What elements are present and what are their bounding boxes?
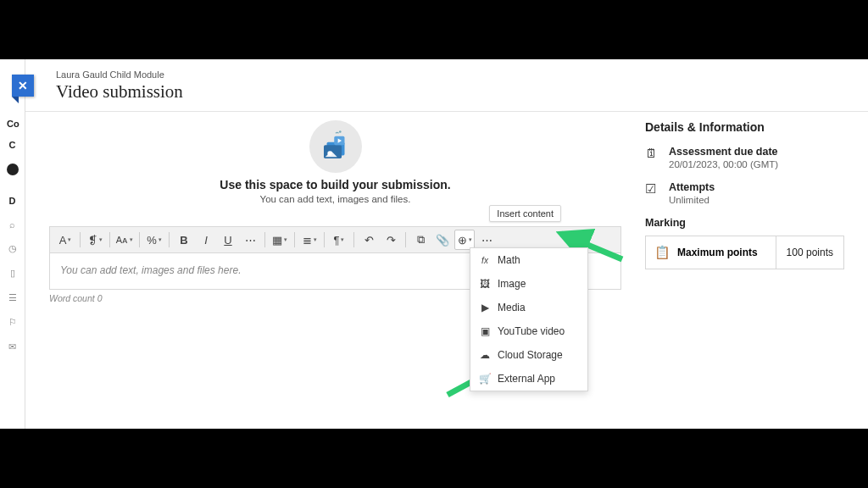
svg-point-4 (338, 130, 341, 133)
menu-item-math[interactable]: fxMath (470, 248, 587, 272)
toolbar-separator (139, 232, 140, 247)
font-size-button[interactable]: % (144, 230, 164, 250)
letterbox-top (0, 0, 868, 59)
youtube-icon: ▣ (479, 325, 491, 337)
bg-initial: C (0, 140, 25, 150)
toolbar-separator (80, 232, 81, 247)
hero-text: Use this space to build your submission.… (49, 178, 621, 204)
menu-item-cloud[interactable]: ☁Cloud Storage (470, 343, 587, 367)
font-button[interactable]: Aᴀ (114, 230, 135, 250)
page-title: Video submission (56, 81, 868, 103)
redo-button[interactable]: ↷ (381, 230, 401, 250)
sidebar-title: Details & Information (645, 120, 844, 134)
close-button[interactable]: ✕ (12, 75, 34, 97)
toolbar-separator (353, 232, 354, 247)
menu-item-image[interactable]: 🖼Image (470, 272, 587, 296)
details-sidebar: Details & Information 🗓 Assessment due d… (645, 120, 844, 303)
bold-button[interactable]: B (174, 230, 194, 250)
image-icon: 🖼 (479, 278, 491, 290)
list-icon: ☰ (0, 292, 25, 303)
calendar-icon: 🗓 (645, 146, 660, 169)
attempts-value: Unlimited (669, 195, 715, 205)
close-icon: ✕ (18, 79, 28, 92)
hero-sub: You can add text, images and files. (49, 194, 621, 204)
undo-button[interactable]: ↶ (359, 230, 379, 250)
align-button[interactable]: ¶ (329, 230, 349, 250)
toolbar-separator (169, 232, 170, 247)
breadcrumb: Laura Gauld Child Module (56, 69, 868, 80)
due-date-label: Assessment due date (669, 146, 778, 158)
menu-label: Cloud Storage (498, 349, 563, 361)
menu-label: YouTube video (498, 325, 565, 337)
bg-section: D (0, 196, 25, 206)
rubric-icon: 📋 (654, 245, 670, 260)
due-date-row: 🗓 Assessment due date 20/01/2023, 00:00 … (645, 146, 844, 169)
table-button[interactable]: ▦ (270, 230, 290, 250)
cloud-icon: ☁ (479, 349, 491, 361)
insert-content-tooltip: Insert content (489, 205, 561, 222)
toolbar-separator (294, 232, 295, 247)
editor-placeholder: You can add text, images and files here. (60, 264, 241, 276)
hero-illustration (49, 120, 621, 173)
menu-label: External App (498, 373, 555, 385)
clock-icon: ◷ (0, 243, 25, 254)
chat-icon: ✉ (0, 341, 25, 352)
italic-button[interactable]: I (196, 230, 216, 250)
avatar-dot (7, 164, 19, 175)
due-date-value: 20/01/2023, 00:00 (GMT) (669, 159, 778, 169)
menu-label: Math (498, 254, 520, 266)
toolbar-separator (264, 232, 265, 247)
menu-label: Image (498, 278, 526, 290)
menu-label: Media (498, 302, 526, 313)
math-icon: fx (479, 256, 491, 265)
toolbar-separator (405, 232, 406, 247)
modal-panel: ✕ Laura Gauld Child Module Video submiss… (25, 59, 868, 429)
attempts-label: Attempts (669, 181, 715, 193)
main-column: Use this space to build your submission.… (49, 120, 621, 303)
check-icon: ☑ (645, 181, 660, 205)
panel-header: Laura Gauld Child Module Video submissio… (25, 59, 868, 112)
link-button[interactable]: ⧉ (410, 230, 431, 250)
max-points-label: Maximum points (677, 247, 758, 258)
attachment-button[interactable]: 📎 (432, 230, 453, 250)
paragraph-format-button[interactable]: ❡ (85, 230, 105, 250)
attempts-row: ☑ Attempts Unlimited (645, 181, 844, 205)
toolbar-separator (324, 232, 325, 247)
insert-content-menu: fxMath 🖼Image ▶Media ▣YouTube video ☁Clo… (470, 247, 588, 391)
cart-icon: 🛒 (479, 373, 491, 385)
text-style-button[interactable]: A (55, 230, 75, 250)
letterbox-bottom (0, 429, 868, 488)
rich-text-editor: Insert content A ❡ Aᴀ % B I U ⋯ (49, 226, 621, 290)
marking-box: 📋 Maximum points 100 points (645, 236, 844, 269)
menu-item-youtube[interactable]: ▣YouTube video (470, 319, 587, 343)
media-icon: ▶ (479, 302, 491, 313)
toolbar-separator (109, 232, 110, 247)
max-points-value: 100 points (776, 236, 843, 269)
background-sidebar: Co C D ⌕ ◷ ▯ ☰ ⚐ ✉ (0, 59, 25, 429)
app-shell: Co C D ⌕ ◷ ▯ ☰ ⚐ ✉ ✕ Laura Gauld Child M… (0, 59, 868, 429)
file-icon: ▯ (0, 268, 25, 279)
more-format-button[interactable]: ⋯ (240, 230, 260, 250)
bg-tab: Co (7, 119, 19, 129)
menu-item-media[interactable]: ▶Media (470, 296, 587, 319)
search-icon: ⌕ (0, 219, 25, 230)
media-stack-icon (318, 129, 353, 164)
list-button[interactable]: ≣ (299, 230, 320, 250)
hero-heading: Use this space to build your submission. (49, 178, 621, 191)
underline-button[interactable]: U (218, 230, 238, 250)
marking-section-label: Marking (645, 217, 844, 229)
people-icon: ⚐ (0, 317, 25, 328)
menu-item-external-app[interactable]: 🛒External App (470, 367, 587, 391)
